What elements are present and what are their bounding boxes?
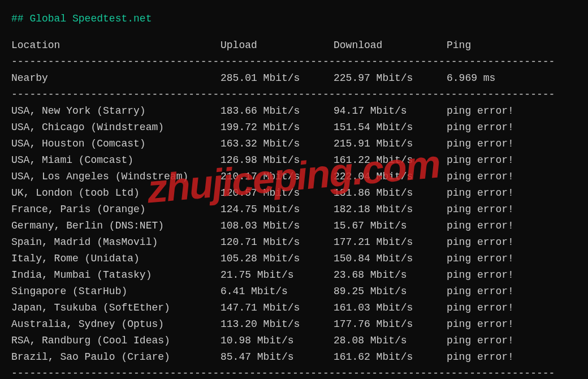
cell-location: USA, Miami (Comcast) bbox=[11, 153, 220, 168]
cell-upload: 108.03 Mbit/s bbox=[220, 218, 334, 234]
cell-download: 28.08 Mbit/s bbox=[334, 333, 447, 348]
table-row: Germany, Berlin (DNS:NET)108.03 Mbit/s15… bbox=[11, 218, 577, 234]
table-row: Japan, Tsukuba (SoftEther)147.71 Mbit/s1… bbox=[11, 300, 577, 316]
cell-ping: ping error! bbox=[447, 169, 577, 184]
cell-location: USA, Chicago (Windstream) bbox=[11, 120, 220, 135]
cell-location: USA, New York (Starry) bbox=[11, 104, 220, 119]
cell-download: 222.04 Mbit/s bbox=[334, 169, 447, 184]
cell-download: 89.25 Mbit/s bbox=[334, 284, 447, 299]
cell-upload: 183.66 Mbit/s bbox=[220, 104, 334, 119]
table-row: Spain, Madrid (MasMovil)120.71 Mbit/s177… bbox=[11, 235, 577, 250]
cell-download: 161.03 Mbit/s bbox=[334, 300, 447, 316]
table-body: USA, New York (Starry)183.66 Mbit/s94.17… bbox=[11, 104, 577, 365]
cell-download: 177.76 Mbit/s bbox=[334, 317, 447, 332]
header-location: Location bbox=[11, 38, 220, 53]
cell-location: France, Paris (Orange) bbox=[11, 202, 220, 217]
nearby-upload: 285.01 Mbit/s bbox=[220, 71, 334, 86]
header-download: Download bbox=[334, 38, 447, 53]
separator-line: ----------------------------------------… bbox=[11, 366, 577, 379]
cell-ping: ping error! bbox=[447, 136, 577, 152]
cell-location: India, Mumbai (Tatasky) bbox=[11, 268, 220, 283]
nearby-ping: 6.969 ms bbox=[447, 71, 577, 86]
table-header: Location Upload Download Ping bbox=[11, 38, 577, 53]
cell-upload: 21.75 Mbit/s bbox=[220, 268, 334, 283]
cell-ping: ping error! bbox=[447, 268, 577, 283]
cell-ping: ping error! bbox=[447, 350, 577, 365]
cell-download: 94.17 Mbit/s bbox=[334, 104, 447, 119]
nearby-location: Nearby bbox=[11, 71, 220, 86]
table-row: USA, Los Angeles (Windstream)210.17 Mbit… bbox=[11, 169, 577, 184]
cell-ping: ping error! bbox=[447, 120, 577, 135]
table-row: Australia, Sydney (Optus)113.20 Mbit/s17… bbox=[11, 317, 577, 332]
cell-download: 150.84 Mbit/s bbox=[334, 251, 447, 266]
cell-upload: 126.98 Mbit/s bbox=[220, 153, 334, 168]
cell-ping: ping error! bbox=[447, 104, 577, 119]
cell-upload: 120.57 Mbit/s bbox=[220, 186, 334, 201]
cell-download: 161.22 Mbit/s bbox=[334, 153, 447, 168]
table-row: USA, Chicago (Windstream)199.72 Mbit/s15… bbox=[11, 120, 577, 135]
cell-upload: 113.20 Mbit/s bbox=[220, 317, 334, 332]
section-title: ## Global Speedtest.net bbox=[11, 11, 577, 27]
cell-location: UK, London (toob Ltd) bbox=[11, 186, 220, 201]
cell-upload: 120.71 Mbit/s bbox=[220, 235, 334, 250]
header-upload: Upload bbox=[220, 38, 334, 53]
header-ping: Ping bbox=[447, 38, 577, 53]
separator-line: ----------------------------------------… bbox=[11, 54, 577, 70]
nearby-download: 225.97 Mbit/s bbox=[334, 71, 447, 86]
table-row: Singapore (StarHub)6.41 Mbit/s89.25 Mbit… bbox=[11, 284, 577, 299]
cell-upload: 105.28 Mbit/s bbox=[220, 251, 334, 266]
cell-download: 181.86 Mbit/s bbox=[334, 186, 447, 201]
table-row: Brazil, Sao Paulo (Criare)85.47 Mbit/s16… bbox=[11, 350, 577, 365]
cell-ping: ping error! bbox=[447, 186, 577, 201]
cell-download: 15.67 Mbit/s bbox=[334, 218, 447, 234]
cell-ping: ping error! bbox=[447, 202, 577, 217]
cell-download: 182.18 Mbit/s bbox=[334, 202, 447, 217]
cell-ping: ping error! bbox=[447, 235, 577, 250]
cell-upload: 6.41 Mbit/s bbox=[220, 284, 334, 299]
cell-download: 215.91 Mbit/s bbox=[334, 136, 447, 152]
cell-ping: ping error! bbox=[447, 317, 577, 332]
nearby-row: Nearby 285.01 Mbit/s 225.97 Mbit/s 6.969… bbox=[11, 71, 577, 86]
cell-upload: 147.71 Mbit/s bbox=[220, 300, 334, 316]
cell-ping: ping error! bbox=[447, 218, 577, 234]
table-row: Italy, Rome (Unidata)105.28 Mbit/s150.84… bbox=[11, 251, 577, 266]
cell-download: 177.21 Mbit/s bbox=[334, 235, 447, 250]
cell-upload: 124.75 Mbit/s bbox=[220, 202, 334, 217]
cell-location: Singapore (StarHub) bbox=[11, 284, 220, 299]
cell-location: RSA, Randburg (Cool Ideas) bbox=[11, 333, 220, 348]
cell-location: Japan, Tsukuba (SoftEther) bbox=[11, 300, 220, 316]
table-row: RSA, Randburg (Cool Ideas)10.98 Mbit/s28… bbox=[11, 333, 577, 348]
cell-location: Brazil, Sao Paulo (Criare) bbox=[11, 350, 220, 365]
table-row: USA, New York (Starry)183.66 Mbit/s94.17… bbox=[11, 104, 577, 119]
cell-location: Australia, Sydney (Optus) bbox=[11, 317, 220, 332]
table-row: India, Mumbai (Tatasky)21.75 Mbit/s23.68… bbox=[11, 268, 577, 283]
table-row: France, Paris (Orange)124.75 Mbit/s182.1… bbox=[11, 202, 577, 217]
table-row: UK, London (toob Ltd)120.57 Mbit/s181.86… bbox=[11, 186, 577, 201]
table-row: USA, Houston (Comcast)163.32 Mbit/s215.9… bbox=[11, 136, 577, 152]
cell-upload: 163.32 Mbit/s bbox=[220, 136, 334, 152]
cell-ping: ping error! bbox=[447, 333, 577, 348]
cell-ping: ping error! bbox=[447, 284, 577, 299]
cell-location: Germany, Berlin (DNS:NET) bbox=[11, 218, 220, 234]
cell-location: USA, Los Angeles (Windstream) bbox=[11, 169, 220, 184]
cell-location: Spain, Madrid (MasMovil) bbox=[11, 235, 220, 250]
cell-upload: 210.17 Mbit/s bbox=[220, 169, 334, 184]
cell-download: 23.68 Mbit/s bbox=[334, 268, 447, 283]
cell-ping: ping error! bbox=[447, 251, 577, 266]
cell-ping: ping error! bbox=[447, 153, 577, 168]
cell-upload: 10.98 Mbit/s bbox=[220, 333, 334, 348]
cell-location: USA, Houston (Comcast) bbox=[11, 136, 220, 152]
cell-ping: ping error! bbox=[447, 300, 577, 316]
table-row: USA, Miami (Comcast)126.98 Mbit/s161.22 … bbox=[11, 153, 577, 168]
cell-upload: 85.47 Mbit/s bbox=[220, 350, 334, 365]
separator-line: ----------------------------------------… bbox=[11, 87, 577, 102]
cell-upload: 199.72 Mbit/s bbox=[220, 120, 334, 135]
cell-download: 151.54 Mbit/s bbox=[334, 120, 447, 135]
cell-download: 161.62 Mbit/s bbox=[334, 350, 447, 365]
cell-location: Italy, Rome (Unidata) bbox=[11, 251, 220, 266]
